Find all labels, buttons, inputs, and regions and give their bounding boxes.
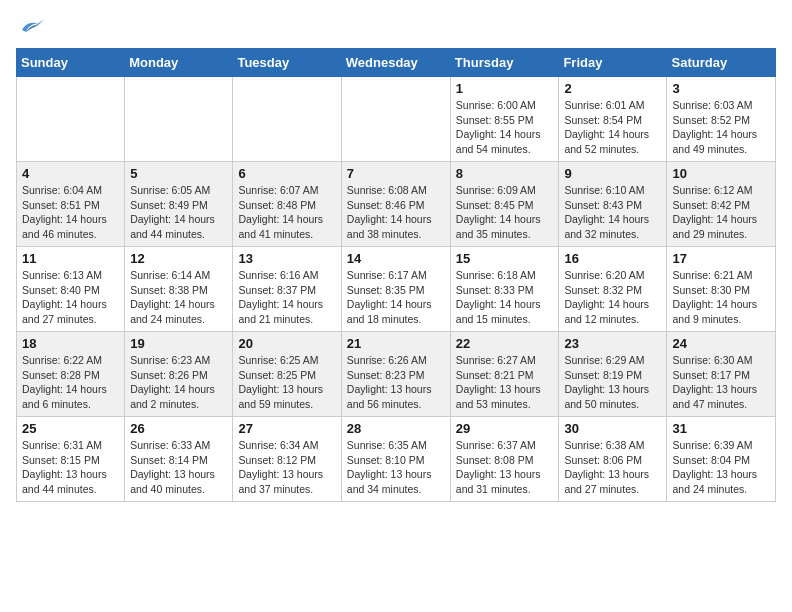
calendar-cell: 31Sunrise: 6:39 AM Sunset: 8:04 PM Dayli… <box>667 417 776 502</box>
calendar-cell: 3Sunrise: 6:03 AM Sunset: 8:52 PM Daylig… <box>667 77 776 162</box>
calendar-cell: 18Sunrise: 6:22 AM Sunset: 8:28 PM Dayli… <box>17 332 125 417</box>
day-number: 30 <box>564 421 661 436</box>
calendar-week-row: 1Sunrise: 6:00 AM Sunset: 8:55 PM Daylig… <box>17 77 776 162</box>
calendar-cell: 28Sunrise: 6:35 AM Sunset: 8:10 PM Dayli… <box>341 417 450 502</box>
calendar-cell: 2Sunrise: 6:01 AM Sunset: 8:54 PM Daylig… <box>559 77 667 162</box>
day-info: Sunrise: 6:05 AM Sunset: 8:49 PM Dayligh… <box>130 183 227 242</box>
day-info: Sunrise: 6:30 AM Sunset: 8:17 PM Dayligh… <box>672 353 770 412</box>
calendar-table: SundayMondayTuesdayWednesdayThursdayFrid… <box>16 48 776 502</box>
day-number: 15 <box>456 251 554 266</box>
day-number: 17 <box>672 251 770 266</box>
calendar-cell: 24Sunrise: 6:30 AM Sunset: 8:17 PM Dayli… <box>667 332 776 417</box>
day-number: 6 <box>238 166 335 181</box>
day-number: 7 <box>347 166 445 181</box>
calendar-cell <box>17 77 125 162</box>
day-info: Sunrise: 6:20 AM Sunset: 8:32 PM Dayligh… <box>564 268 661 327</box>
day-number: 18 <box>22 336 119 351</box>
day-number: 29 <box>456 421 554 436</box>
day-info: Sunrise: 6:31 AM Sunset: 8:15 PM Dayligh… <box>22 438 119 497</box>
day-info: Sunrise: 6:07 AM Sunset: 8:48 PM Dayligh… <box>238 183 335 242</box>
day-number: 24 <box>672 336 770 351</box>
day-info: Sunrise: 6:26 AM Sunset: 8:23 PM Dayligh… <box>347 353 445 412</box>
day-info: Sunrise: 6:34 AM Sunset: 8:12 PM Dayligh… <box>238 438 335 497</box>
day-number: 9 <box>564 166 661 181</box>
day-number: 25 <box>22 421 119 436</box>
page-header <box>16 16 776 36</box>
day-number: 23 <box>564 336 661 351</box>
day-info: Sunrise: 6:00 AM Sunset: 8:55 PM Dayligh… <box>456 98 554 157</box>
weekday-header-friday: Friday <box>559 49 667 77</box>
calendar-cell: 15Sunrise: 6:18 AM Sunset: 8:33 PM Dayli… <box>450 247 559 332</box>
calendar-cell: 8Sunrise: 6:09 AM Sunset: 8:45 PM Daylig… <box>450 162 559 247</box>
calendar-cell: 22Sunrise: 6:27 AM Sunset: 8:21 PM Dayli… <box>450 332 559 417</box>
day-info: Sunrise: 6:23 AM Sunset: 8:26 PM Dayligh… <box>130 353 227 412</box>
day-number: 16 <box>564 251 661 266</box>
day-info: Sunrise: 6:18 AM Sunset: 8:33 PM Dayligh… <box>456 268 554 327</box>
day-number: 3 <box>672 81 770 96</box>
calendar-cell: 23Sunrise: 6:29 AM Sunset: 8:19 PM Dayli… <box>559 332 667 417</box>
day-info: Sunrise: 6:22 AM Sunset: 8:28 PM Dayligh… <box>22 353 119 412</box>
day-info: Sunrise: 6:08 AM Sunset: 8:46 PM Dayligh… <box>347 183 445 242</box>
calendar-cell <box>233 77 341 162</box>
weekday-header-wednesday: Wednesday <box>341 49 450 77</box>
calendar-cell: 27Sunrise: 6:34 AM Sunset: 8:12 PM Dayli… <box>233 417 341 502</box>
calendar-cell: 1Sunrise: 6:00 AM Sunset: 8:55 PM Daylig… <box>450 77 559 162</box>
calendar-cell: 4Sunrise: 6:04 AM Sunset: 8:51 PM Daylig… <box>17 162 125 247</box>
calendar-week-row: 4Sunrise: 6:04 AM Sunset: 8:51 PM Daylig… <box>17 162 776 247</box>
calendar-cell: 11Sunrise: 6:13 AM Sunset: 8:40 PM Dayli… <box>17 247 125 332</box>
day-info: Sunrise: 6:29 AM Sunset: 8:19 PM Dayligh… <box>564 353 661 412</box>
day-info: Sunrise: 6:03 AM Sunset: 8:52 PM Dayligh… <box>672 98 770 157</box>
logo <box>16 16 46 36</box>
calendar-cell: 14Sunrise: 6:17 AM Sunset: 8:35 PM Dayli… <box>341 247 450 332</box>
day-number: 31 <box>672 421 770 436</box>
day-info: Sunrise: 6:10 AM Sunset: 8:43 PM Dayligh… <box>564 183 661 242</box>
calendar-week-row: 11Sunrise: 6:13 AM Sunset: 8:40 PM Dayli… <box>17 247 776 332</box>
calendar-week-row: 18Sunrise: 6:22 AM Sunset: 8:28 PM Dayli… <box>17 332 776 417</box>
day-info: Sunrise: 6:04 AM Sunset: 8:51 PM Dayligh… <box>22 183 119 242</box>
day-info: Sunrise: 6:21 AM Sunset: 8:30 PM Dayligh… <box>672 268 770 327</box>
weekday-header-tuesday: Tuesday <box>233 49 341 77</box>
day-number: 12 <box>130 251 227 266</box>
day-info: Sunrise: 6:14 AM Sunset: 8:38 PM Dayligh… <box>130 268 227 327</box>
calendar-cell: 25Sunrise: 6:31 AM Sunset: 8:15 PM Dayli… <box>17 417 125 502</box>
day-info: Sunrise: 6:25 AM Sunset: 8:25 PM Dayligh… <box>238 353 335 412</box>
day-info: Sunrise: 6:35 AM Sunset: 8:10 PM Dayligh… <box>347 438 445 497</box>
day-number: 27 <box>238 421 335 436</box>
weekday-header-thursday: Thursday <box>450 49 559 77</box>
calendar-cell: 5Sunrise: 6:05 AM Sunset: 8:49 PM Daylig… <box>125 162 233 247</box>
logo-bird-icon <box>18 16 46 36</box>
calendar-cell: 29Sunrise: 6:37 AM Sunset: 8:08 PM Dayli… <box>450 417 559 502</box>
calendar-cell <box>341 77 450 162</box>
calendar-cell: 21Sunrise: 6:26 AM Sunset: 8:23 PM Dayli… <box>341 332 450 417</box>
day-info: Sunrise: 6:17 AM Sunset: 8:35 PM Dayligh… <box>347 268 445 327</box>
weekday-header-row: SundayMondayTuesdayWednesdayThursdayFrid… <box>17 49 776 77</box>
calendar-cell: 19Sunrise: 6:23 AM Sunset: 8:26 PM Dayli… <box>125 332 233 417</box>
day-number: 26 <box>130 421 227 436</box>
calendar-cell: 26Sunrise: 6:33 AM Sunset: 8:14 PM Dayli… <box>125 417 233 502</box>
day-number: 22 <box>456 336 554 351</box>
calendar-week-row: 25Sunrise: 6:31 AM Sunset: 8:15 PM Dayli… <box>17 417 776 502</box>
day-info: Sunrise: 6:38 AM Sunset: 8:06 PM Dayligh… <box>564 438 661 497</box>
day-number: 2 <box>564 81 661 96</box>
day-number: 1 <box>456 81 554 96</box>
calendar-cell: 12Sunrise: 6:14 AM Sunset: 8:38 PM Dayli… <box>125 247 233 332</box>
day-number: 10 <box>672 166 770 181</box>
day-number: 14 <box>347 251 445 266</box>
calendar-cell: 10Sunrise: 6:12 AM Sunset: 8:42 PM Dayli… <box>667 162 776 247</box>
weekday-header-monday: Monday <box>125 49 233 77</box>
calendar-cell: 7Sunrise: 6:08 AM Sunset: 8:46 PM Daylig… <box>341 162 450 247</box>
day-number: 11 <box>22 251 119 266</box>
weekday-header-saturday: Saturday <box>667 49 776 77</box>
day-info: Sunrise: 6:39 AM Sunset: 8:04 PM Dayligh… <box>672 438 770 497</box>
day-number: 20 <box>238 336 335 351</box>
day-number: 8 <box>456 166 554 181</box>
day-info: Sunrise: 6:37 AM Sunset: 8:08 PM Dayligh… <box>456 438 554 497</box>
calendar-cell: 9Sunrise: 6:10 AM Sunset: 8:43 PM Daylig… <box>559 162 667 247</box>
day-info: Sunrise: 6:16 AM Sunset: 8:37 PM Dayligh… <box>238 268 335 327</box>
calendar-cell: 20Sunrise: 6:25 AM Sunset: 8:25 PM Dayli… <box>233 332 341 417</box>
day-info: Sunrise: 6:27 AM Sunset: 8:21 PM Dayligh… <box>456 353 554 412</box>
calendar-cell <box>125 77 233 162</box>
day-info: Sunrise: 6:09 AM Sunset: 8:45 PM Dayligh… <box>456 183 554 242</box>
day-info: Sunrise: 6:13 AM Sunset: 8:40 PM Dayligh… <box>22 268 119 327</box>
calendar-cell: 13Sunrise: 6:16 AM Sunset: 8:37 PM Dayli… <box>233 247 341 332</box>
